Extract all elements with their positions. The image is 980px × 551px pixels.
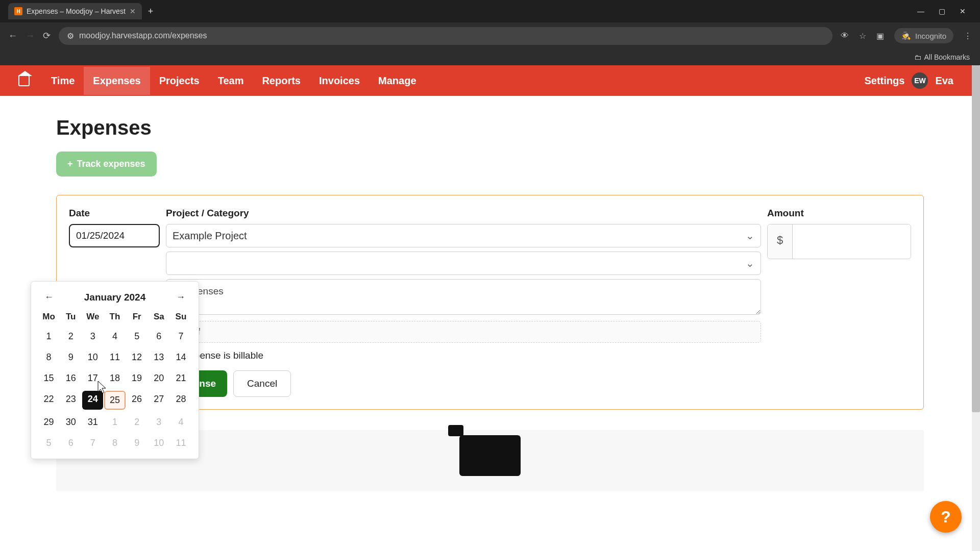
calendar-day[interactable]: 4 [104, 328, 125, 345]
all-bookmarks-button[interactable]: All Bookmarks [924, 53, 970, 61]
calendar-day[interactable]: 2 [60, 328, 81, 345]
user-name[interactable]: Eva [935, 75, 953, 87]
nav-item-expenses[interactable]: Expenses [84, 67, 150, 95]
forward-button[interactable]: → [26, 31, 35, 41]
calendar-day[interactable]: 10 [149, 435, 169, 452]
top-nav: TimeExpensesProjectsTeamReportsInvoicesM… [0, 65, 972, 96]
date-input[interactable] [69, 224, 160, 247]
incognito-pill[interactable]: 🕵 Incognito [894, 28, 953, 43]
bookmark-icon[interactable]: ☆ [859, 31, 866, 41]
calendar-day[interactable]: 13 [149, 349, 169, 366]
eye-off-icon[interactable]: 👁 [841, 31, 849, 40]
site-settings-icon[interactable]: ⚙ [67, 31, 74, 41]
calendar-day[interactable]: 25 [104, 391, 125, 410]
calendar-day[interactable]: 31 [82, 414, 103, 431]
close-window-icon[interactable]: ✕ [960, 7, 966, 15]
calendar-day[interactable]: 3 [149, 414, 169, 431]
calendar-day[interactable]: 9 [60, 349, 81, 366]
calendar-day[interactable]: 12 [127, 349, 148, 366]
tab-title: Expenses – Moodjoy – Harvest [27, 7, 126, 15]
nav-item-manage[interactable]: Manage [369, 67, 425, 95]
calendar-day[interactable]: 21 [170, 370, 191, 387]
calendar-day[interactable]: 23 [60, 391, 81, 410]
chevron-down-icon: ⌄ [746, 257, 754, 269]
calendar-day[interactable]: 5 [38, 435, 59, 452]
settings-link[interactable]: Settings [865, 75, 905, 87]
currency-symbol: $ [768, 224, 793, 259]
calendar-day[interactable]: 11 [170, 435, 191, 452]
nav-item-reports[interactable]: Reports [253, 67, 310, 95]
avatar[interactable]: EW [912, 72, 928, 89]
calendar-day[interactable]: 16 [60, 370, 81, 387]
calendar-day[interactable]: 7 [82, 435, 103, 452]
incognito-icon: 🕵 [901, 31, 911, 40]
window-controls: — ▢ ✕ [917, 7, 976, 15]
calendar-day[interactable]: 2 [127, 414, 148, 431]
notes-input[interactable]: 's expenses [166, 279, 761, 315]
nav-item-invoices[interactable]: Invoices [310, 67, 369, 95]
amount-input[interactable] [793, 224, 911, 259]
nav-item-projects[interactable]: Projects [150, 67, 209, 95]
home-icon[interactable] [18, 75, 30, 86]
folder-icon: 🗀 [914, 53, 921, 61]
next-month-button[interactable]: → [172, 290, 189, 305]
track-expenses-label: Track expenses [77, 159, 145, 169]
file-attachment[interactable]: DF.pdf [166, 321, 761, 343]
minimize-icon[interactable]: — [917, 7, 924, 15]
url-input[interactable]: ⚙ moodjoy.harvestapp.com/expenses [59, 27, 832, 45]
calendar-day[interactable]: 10 [82, 349, 103, 366]
category-select[interactable]: ⌄ [166, 252, 761, 275]
calendar-day[interactable]: 1 [38, 328, 59, 345]
scrollbar-thumb[interactable] [972, 65, 980, 412]
dow-header: Su [170, 310, 191, 324]
calendar-day[interactable]: 11 [104, 349, 125, 366]
close-icon[interactable]: ✕ [130, 7, 136, 15]
nav-item-time[interactable]: Time [42, 67, 84, 95]
maximize-icon[interactable]: ▢ [939, 7, 945, 15]
calendar-day[interactable]: 6 [60, 435, 81, 452]
calendar-day[interactable]: 9 [127, 435, 148, 452]
calendar-day[interactable]: 8 [38, 349, 59, 366]
billable-row: s expense is billable [166, 350, 761, 361]
incognito-label: Incognito [915, 32, 946, 40]
calendar-day[interactable]: 20 [149, 370, 169, 387]
nav-item-team[interactable]: Team [209, 67, 253, 95]
new-tab-button[interactable]: + [148, 6, 154, 17]
reload-button[interactable]: ⟳ [43, 30, 51, 41]
back-button[interactable]: ← [8, 31, 17, 41]
calendar-day[interactable]: 14 [170, 349, 191, 366]
kebab-menu-icon[interactable]: ⋮ [964, 31, 972, 41]
calendar-day[interactable]: 22 [38, 391, 59, 410]
calendar-day[interactable]: 26 [127, 391, 148, 410]
bookmarks-bar: 🗀 All Bookmarks [0, 49, 980, 65]
calendar-day[interactable]: 6 [149, 328, 169, 345]
calendar-day[interactable]: 15 [38, 370, 59, 387]
calendar-day[interactable]: 4 [170, 414, 191, 431]
calendar-day[interactable]: 18 [104, 370, 125, 387]
calendar-day[interactable]: 28 [170, 391, 191, 410]
panel-icon[interactable]: ▣ [876, 31, 884, 41]
calendar-day[interactable]: 30 [60, 414, 81, 431]
calendar-day[interactable]: 27 [149, 391, 169, 410]
calendar-day[interactable]: 3 [82, 328, 103, 345]
calendar-day[interactable]: 19 [127, 370, 148, 387]
cancel-button[interactable]: Cancel [233, 370, 291, 397]
browser-tab[interactable]: H Expenses – Moodjoy – Harvest ✕ [8, 3, 142, 19]
page-title: Expenses [56, 116, 924, 139]
calendar-day[interactable]: 29 [38, 414, 59, 431]
dow-header: Mo [38, 310, 59, 324]
browser-chrome: H Expenses – Moodjoy – Harvest ✕ + — ▢ ✕… [0, 0, 980, 65]
calendar-day[interactable]: 17 [82, 370, 103, 387]
project-select[interactable]: Example Project ⌄ [166, 224, 761, 247]
calendar-day[interactable]: 24 [82, 391, 103, 410]
prev-month-button[interactable]: ← [40, 290, 58, 305]
calendar-day[interactable]: 7 [170, 328, 191, 345]
help-button[interactable]: ? [930, 501, 962, 533]
nav-right: Settings EW Eva [865, 72, 954, 89]
calendar-day[interactable]: 5 [127, 328, 148, 345]
calendar-day[interactable]: 1 [104, 414, 125, 431]
dow-header: Tu [60, 310, 81, 324]
track-expenses-button[interactable]: + Track expenses [56, 152, 157, 177]
month-label: January 2024 [84, 292, 145, 303]
calendar-day[interactable]: 8 [104, 435, 125, 452]
